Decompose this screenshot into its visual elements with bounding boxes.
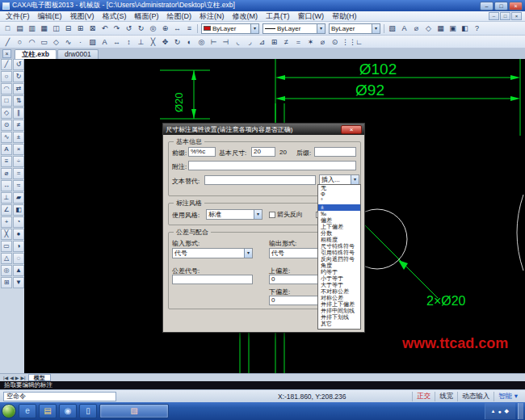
zoom-icon[interactable]: ◎	[147, 23, 159, 34]
polygon-icon[interactable]: ◇	[50, 36, 62, 48]
half-icon[interactable]: ◑	[13, 241, 24, 252]
chamfer-icon[interactable]: ◞	[244, 36, 256, 48]
mirror-icon[interactable]: ◐	[183, 36, 195, 48]
zoom-window-icon[interactable]: ◎	[1, 265, 12, 276]
divide-icon[interactable]: ÷	[13, 156, 24, 167]
datum-icon[interactable]: ⊥	[135, 36, 147, 48]
move-icon[interactable]: ✥	[159, 36, 171, 48]
dialog-close-icon[interactable]: ×	[341, 125, 362, 134]
dropdown-option[interactable]: 不对称公差	[318, 288, 360, 295]
color-combo[interactable]: ByLayer ▾	[201, 23, 259, 34]
dim-perp-icon[interactable]: ⊥	[1, 192, 12, 204]
chevron-down-icon[interactable]: ▾	[317, 24, 325, 33]
up-icon[interactable]: ▲	[13, 265, 24, 276]
rotate-icon[interactable]: ↻	[171, 36, 183, 48]
dropdown-option[interactable]: 约等于	[318, 269, 360, 275]
down-icon[interactable]: ▼	[13, 277, 24, 288]
dropdown-option[interactable]: 引用特殊符号	[318, 250, 360, 256]
close-button[interactable]: ×	[509, 2, 523, 10]
ie-icon[interactable]: e	[19, 404, 36, 418]
basic-dim-field[interactable]: 20	[251, 147, 275, 157]
zoom-in-icon[interactable]: ⊕	[159, 23, 171, 34]
new-file-icon[interactable]: □	[2, 23, 14, 34]
menu-item[interactable]: 修改(M)	[229, 11, 262, 22]
dropdown-option[interactable]: Φ	[318, 191, 360, 198]
line-icon[interactable]: ╱	[2, 36, 14, 48]
draw-arc-icon[interactable]: ◠	[1, 83, 12, 94]
dropdown-option[interactable]: 反向遮挡符号	[318, 256, 360, 262]
dropdown-option[interactable]: 并排中间划线	[318, 308, 360, 314]
parallel-icon[interactable]: ∥	[13, 107, 24, 119]
measure-icon[interactable]: ⌀	[317, 36, 329, 48]
ring-icon[interactable]: ◌	[13, 253, 24, 264]
flip-icon[interactable]: ⇅	[13, 95, 24, 107]
dim-angle-icon[interactable]: ∠	[1, 204, 12, 216]
maximize-button[interactable]: □	[494, 2, 508, 10]
print-preview-icon[interactable]: ◫	[50, 23, 62, 34]
menu-item[interactable]: 帮助(H)	[328, 11, 361, 22]
nav-arrow-icon[interactable]: ▶	[15, 375, 20, 380]
dialog-title-bar[interactable]: 尺寸标注属性设置(请注意各项内容是否正确) ×	[163, 124, 364, 135]
swap-icon[interactable]: ⇄	[13, 83, 24, 94]
menu-item[interactable]: 工具(T)	[262, 11, 294, 22]
dropdown-option[interactable]: 并排上下偏差	[318, 301, 360, 308]
draw-parallel-icon[interactable]: ≡	[1, 156, 12, 167]
menu-item[interactable]: 格式(S)	[99, 11, 131, 22]
tray-icon[interactable]: ▴	[492, 408, 495, 414]
nav-arrow-icon[interactable]: ◀	[9, 375, 15, 380]
erase-icon[interactable]: ╳	[147, 36, 159, 48]
chevron-down-icon[interactable]: ▾	[254, 210, 262, 219]
join-icon[interactable]: =	[292, 36, 304, 48]
draw-line-icon[interactable]: ╱	[1, 59, 12, 70]
copy-icon[interactable]: ⊞	[74, 23, 86, 34]
status-toggle[interactable]: 智能 ▾	[494, 392, 522, 401]
chevron-down-icon[interactable]: ▾	[250, 24, 258, 33]
spline-icon[interactable]: ∿	[62, 36, 74, 48]
draw-spline-icon[interactable]: ∿	[1, 132, 12, 143]
draw-circle-icon[interactable]: ○	[1, 71, 12, 82]
draw-slot-icon[interactable]: ▭	[1, 241, 12, 252]
trim-icon[interactable]: ⊢	[208, 36, 220, 48]
halftone-icon[interactable]: ◧	[13, 204, 24, 216]
refresh-icon[interactable]: ↺	[123, 23, 135, 34]
dropdown-option[interactable]: 并排下划线	[318, 314, 360, 321]
nav-arrow-icon[interactable]: ▶|	[19, 375, 26, 380]
draw-rect-icon[interactable]: □	[1, 95, 12, 107]
mdi-minimize-button[interactable]: –	[489, 12, 499, 20]
dropdown-option[interactable]: 大于等于	[318, 282, 360, 288]
dropdown-option[interactable]: 其它	[318, 321, 360, 327]
quarter-icon[interactable]: ◔	[13, 216, 24, 228]
save-icon[interactable]: ▥	[26, 23, 38, 34]
text-style-icon[interactable]: ◇	[422, 23, 435, 34]
dropdown-option[interactable]: 分数	[318, 230, 360, 237]
group-icon[interactable]: ◧	[459, 23, 471, 34]
grid-icon[interactable]: ⋮⋮	[341, 36, 353, 48]
extend-icon[interactable]: ⊣	[220, 36, 232, 48]
menu-item[interactable]: 绘图(D)	[163, 11, 196, 22]
style-icon[interactable]: A	[398, 23, 410, 34]
draw-polygon-icon[interactable]: ◇	[1, 107, 12, 119]
explode-icon[interactable]: ✶	[304, 36, 317, 48]
menu-item[interactable]: 窗口(W)	[294, 11, 329, 22]
status-toggle[interactable]: 线宽	[435, 392, 457, 401]
break-tool-icon[interactable]: ≠	[13, 120, 24, 131]
caxa-app-button[interactable]: ▨	[99, 404, 169, 418]
menu-item[interactable]: 文件(F)	[2, 11, 34, 22]
dropdown-option[interactable]: 偏差	[318, 217, 360, 224]
fill-icon[interactable]: ▰	[13, 192, 24, 204]
show-desktop-button[interactable]	[518, 403, 523, 419]
nav-arrow-icon[interactable]: |◀	[2, 375, 9, 380]
text-icon[interactable]: A	[99, 36, 111, 48]
open-file-icon[interactable]: ▤	[14, 23, 26, 34]
tray-icon[interactable]: ●	[498, 409, 501, 414]
equal-icon[interactable]: =	[13, 168, 24, 179]
document-tab[interactable]: drw0001	[57, 49, 99, 59]
osnap-icon[interactable]: ⊙	[329, 36, 341, 48]
command-state-field[interactable]: 空命令	[3, 392, 116, 401]
solid-icon[interactable]: ●	[13, 229, 24, 240]
dropdown-option[interactable]: °	[318, 198, 360, 204]
pan-icon[interactable]: ↔	[171, 23, 183, 34]
fillet-icon[interactable]: ◟	[232, 36, 244, 48]
dim-style-icon[interactable]: ⌀	[410, 23, 422, 34]
menu-item[interactable]: 编辑(E)	[34, 11, 66, 22]
